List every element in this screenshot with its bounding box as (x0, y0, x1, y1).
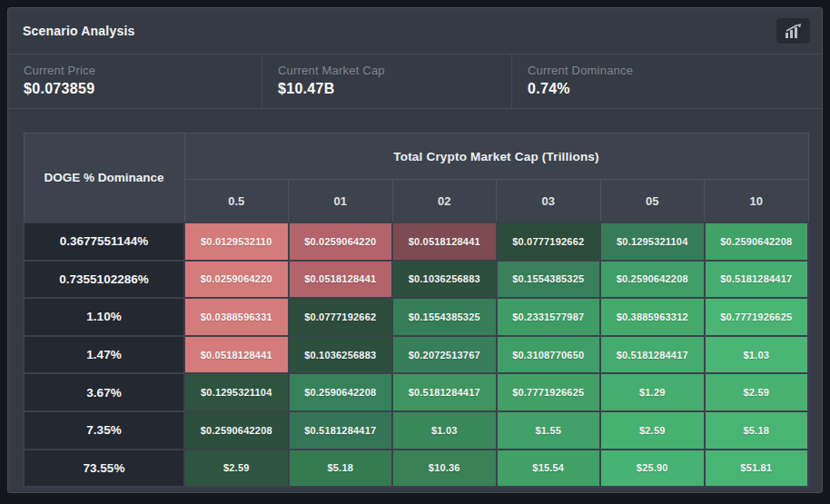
panel-title: Scenario Analysis (23, 24, 135, 38)
stat-label: Current Price (24, 64, 262, 77)
scenario-price-cell: $0.0518128441 (392, 222, 497, 261)
scenario-price-cell: $0.3885963312 (600, 298, 705, 336)
table-row: 1.10%$0.0388596331$0.0777192662$0.155438… (24, 298, 808, 336)
scenario-price-cell: $0.5181284417 (392, 373, 497, 411)
scenario-price-cell: $15.54 (497, 450, 601, 488)
column-header-0.5: 0.5 (184, 180, 289, 223)
scenario-price-cell: $2.59 (184, 450, 289, 488)
stat-value: $10.47B (278, 81, 511, 97)
scenario-price-cell: $10.36 (392, 450, 497, 488)
scenario-price-cell: $0.5181284417 (600, 336, 705, 374)
scenario-price-cell: $2.59 (705, 373, 809, 411)
dominance-row-header: 73.55% (24, 450, 184, 488)
table-row: 73.55%$2.59$5.18$10.36$15.54$25.90$51.81 (24, 450, 808, 488)
scenario-price-cell: $0.2590642208 (705, 222, 809, 261)
scenario-price-cell: $0.3108770650 (497, 336, 601, 374)
scenario-price-cell: $0.1036256883 (392, 261, 497, 299)
scenario-price-cell: $0.2331577987 (497, 298, 601, 336)
scenario-price-cell: $51.81 (705, 450, 809, 488)
scenario-price-cell: $1.29 (600, 373, 705, 411)
stat-current-price: Current Price $0.073859 (8, 54, 262, 108)
scenario-price-cell: $0.7771926625 (705, 298, 809, 336)
dominance-row-header: 1.10% (24, 298, 184, 336)
column-header-05: 05 (600, 180, 705, 223)
scenario-price-cell: $0.1554385325 (497, 261, 601, 299)
scenario-price-cell: $1.03 (392, 411, 497, 450)
column-header-03: 03 (497, 180, 601, 223)
scenario-table: DOGE % Dominance Total Crypto Market Cap… (23, 133, 809, 488)
scenario-price-cell: $0.5181284417 (289, 411, 393, 450)
scenario-price-cell: $0.0518128441 (289, 261, 393, 299)
scenario-price-cell: $1.55 (497, 411, 601, 450)
scenario-price-cell: $5.18 (289, 450, 393, 488)
scenario-price-cell: $0.0259064220 (184, 261, 289, 299)
stat-label: Current Market Cap (278, 64, 511, 77)
scenario-price-cell: $0.1036256883 (289, 336, 393, 374)
scenario-table-wrap: DOGE % Dominance Total Crypto Market Cap… (23, 133, 807, 488)
scenario-price-cell: $0.0388596331 (184, 298, 289, 336)
current-stats-row: Current Price $0.073859 Current Market C… (8, 54, 822, 109)
trend-chart-icon (785, 24, 802, 38)
scenario-price-cell: $0.1295321104 (600, 222, 705, 261)
scenario-analysis-panel: Scenario Analysis Current Price $0.07385… (7, 7, 823, 493)
stat-value: 0.74% (528, 81, 822, 97)
column-group-title: Total Crypto Market Cap (Trillions) (184, 133, 808, 180)
scenario-price-cell: $0.2590642208 (289, 373, 393, 411)
row-header-title: DOGE % Dominance (24, 133, 184, 223)
scenario-price-cell: $0.2590642208 (600, 261, 705, 299)
dominance-row-header: 1.47% (24, 336, 184, 374)
scenario-price-cell: $2.59 (600, 411, 705, 450)
dominance-row-header: 0.7355102286% (24, 261, 184, 299)
scenario-price-cell: $0.1554385325 (392, 298, 497, 336)
scenario-price-cell: $0.0777192662 (497, 222, 601, 261)
scenario-price-cell: $0.7771926625 (497, 373, 601, 411)
chart-toggle-button[interactable] (776, 18, 810, 44)
table-row: 1.47%$0.0518128441$0.1036256883$0.207251… (24, 336, 808, 374)
table-row: 0.7355102286%$0.0259064220$0.0518128441$… (24, 261, 808, 299)
scenario-price-cell: $1.03 (705, 336, 809, 374)
dominance-row-header: 0.3677551144% (24, 222, 184, 261)
scenario-price-cell: $0.0777192662 (289, 298, 393, 336)
scenario-price-cell: $0.5181284417 (705, 261, 809, 299)
scenario-price-cell: $0.2072513767 (392, 336, 497, 374)
scenario-price-cell: $5.18 (705, 411, 809, 450)
column-header-01: 01 (289, 180, 393, 223)
stat-label: Current Dominance (528, 64, 822, 77)
scenario-price-cell: $0.0518128441 (184, 336, 289, 374)
scenario-price-cell: $0.1295321104 (184, 373, 289, 411)
table-row: 3.67%$0.1295321104$0.2590642208$0.518128… (24, 373, 808, 411)
panel-titlebar: Scenario Analysis (8, 8, 822, 54)
stat-current-market-cap: Current Market Cap $10.47B (262, 54, 511, 108)
dominance-row-header: 7.35% (24, 411, 184, 450)
scenario-price-cell: $0.2590642208 (184, 411, 289, 450)
scenario-price-cell: $25.90 (600, 450, 705, 488)
dominance-row-header: 3.67% (24, 373, 184, 411)
scenario-price-cell: $0.0259064220 (289, 222, 393, 261)
table-row: 7.35%$0.2590642208$0.5181284417$1.03$1.5… (24, 411, 808, 450)
column-header-10: 10 (705, 180, 809, 223)
table-row: 0.3677551144%$0.0129532110$0.0259064220$… (24, 222, 808, 261)
scenario-price-cell: $0.0129532110 (184, 222, 289, 261)
stat-current-dominance: Current Dominance 0.74% (511, 54, 822, 108)
column-header-02: 02 (392, 180, 497, 223)
stat-value: $0.073859 (24, 81, 262, 97)
